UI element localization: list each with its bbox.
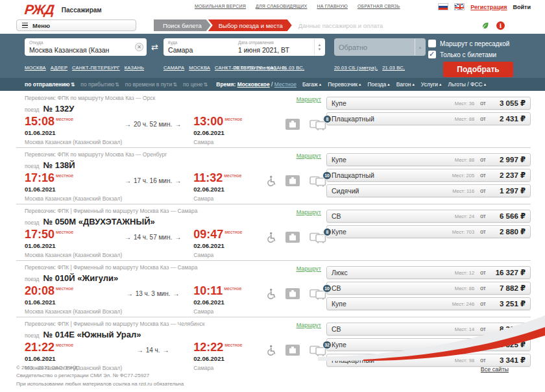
search-submit-button[interactable]: Подобрать [443, 62, 513, 77]
tickets-only-checkbox-label[interactable]: Только с билетами [440, 51, 496, 58]
from-price-label: от [480, 156, 486, 163]
language-ru-flag-icon[interactable] [438, 3, 448, 10]
login-link[interactable]: Войти [513, 4, 531, 10]
train-services-icon[interactable]: 10 [309, 288, 326, 302]
return-date-input[interactable]: Обратно [339, 43, 411, 51]
class-option-button[interactable]: СВ Мест: 86 от 7 882 ₽ [326, 282, 531, 295]
filter-carrier[interactable]: Перевозчик▲ [328, 81, 361, 88]
return-date-field[interactable]: Обратно ▲ [334, 38, 426, 56]
from-input[interactable]: Москва Казанская (Казан [29, 46, 132, 54]
departure-time: 20:08местное [25, 285, 112, 297]
class-option-button[interactable]: Плацкартный Мест: 205 от 2 237 ₽ [326, 169, 531, 182]
arrival-date: 02.06.2021 [193, 186, 263, 193]
tickets-only-checkbox[interactable] [428, 51, 436, 58]
register-link[interactable]: Регистрация [470, 4, 507, 10]
route-link[interactable]: Маршрут [297, 209, 321, 215]
depart-date-input[interactable]: 1 июня 2021, ВТ [238, 46, 311, 54]
class-price: 6 566 ₽ [492, 212, 526, 221]
info-icon[interactable]: i [496, 21, 505, 32]
top-link-home[interactable]: НА ГЛАВНУЮ [317, 4, 348, 8]
class-name: Плацкартный [332, 115, 374, 123]
route-link[interactable]: Маршрут [297, 96, 321, 103]
top-link-mobile-version[interactable]: МОБИЛЬНАЯ ВЕРСИЯ [195, 4, 246, 8]
class-option-button[interactable]: СВ Мест: 14 от 8 307 ₽ [326, 323, 531, 336]
arrival-date: 02.06.2021 [193, 355, 263, 362]
from-quick-link[interactable]: САНКТ-ПЕТЕРБУРГ [72, 65, 120, 71]
step-ticket-search[interactable]: Поиск билета [154, 19, 211, 31]
all-sites-link[interactable]: Все сайты [481, 366, 509, 373]
train-services-icon[interactable]: 8 [309, 119, 326, 133]
filter-car[interactable]: Вагон▲ [396, 81, 415, 88]
route-link[interactable]: Маршрут [297, 153, 321, 159]
local-time-note: местное [56, 117, 73, 121]
time-local-toggle[interactable]: Местное [274, 81, 297, 88]
filter-baggage[interactable]: Багаж▲ [302, 81, 322, 88]
step-train-selection[interactable]: Выбор поезда и места [208, 19, 292, 31]
from-quick-link[interactable]: КАЗАНЬ [125, 65, 144, 71]
class-option-button[interactable]: Плацкартный Мест: 88 от 2 431 ₽ [326, 112, 531, 125]
date-stepper[interactable]: ▲▼ [314, 39, 324, 55]
swap-stations-icon[interactable]: ⇄ [151, 42, 158, 52]
from-field[interactable]: Откуда Москва Казанская (Казан ✕ [25, 38, 147, 56]
depart-quick-link[interactable]: 20.03 СБ (завтра), [234, 65, 277, 71]
class-option-button[interactable]: Люкс Мест: 12 от 16 327 ₽ [326, 266, 531, 279]
from-quick-link[interactable]: МОСКВА [25, 65, 46, 71]
class-option-button[interactable]: Купе Мест: 33 от 3 825 ₽ [326, 338, 531, 351]
to-quick-link[interactable]: МОСКВА [189, 65, 210, 71]
to-quick-link[interactable]: САМАРА [164, 65, 184, 71]
class-option-button[interactable]: Купе Мест: 703 от 2 880 ₽ [326, 225, 531, 238]
sort-by-departure[interactable]: по отправлению⇅ [25, 81, 75, 88]
class-option-button[interactable]: СВ Мест: 24 от 6 566 ₽ [326, 210, 531, 223]
trip-duration: →17 ч. 16 мин.→ [112, 172, 193, 202]
transfer-checkbox[interactable] [428, 40, 436, 47]
class-option-button[interactable]: Купе Мест: 88 от 2 997 ₽ [326, 153, 531, 166]
arrival-time: 11:32местное [193, 172, 263, 184]
rzd-logo[interactable]: РЖД [24, 2, 54, 18]
sort-by-price[interactable]: по цене⇅ [183, 81, 208, 88]
top-links: МОБИЛЬНАЯ ВЕРСИЯ ДЛЯ СЛАБОВИДЯЩИХ НА ГЛА… [195, 4, 400, 8]
class-price: 8 307 ₽ [492, 325, 526, 334]
menu-button[interactable]: Меню [16, 19, 136, 31]
class-option-button[interactable]: Сидячий Мест: 116 от 1 297 ₽ [326, 184, 531, 197]
collapse-icon: ▲ [483, 82, 487, 86]
departure-date: 01.06.2021 [25, 129, 112, 136]
train-services-icon[interactable]: 10 [309, 175, 326, 190]
breadcrumb-steps: Поиск билета Выбор поезда и места Данные… [154, 19, 392, 31]
train-services-icon[interactable]: 8 [309, 232, 326, 246]
train-services-icon[interactable]: 32 [309, 345, 326, 359]
clear-from-icon[interactable]: ✕ [135, 43, 143, 51]
from-quick-link[interactable]: АДЛЕР [51, 65, 67, 71]
class-option-button[interactable]: Плацкартный Мест: 98 от 3 341 ₽ [326, 354, 531, 367]
return-quick-link[interactable]: 21.03 ВС, [382, 65, 405, 71]
train-word-label: поезд [25, 332, 40, 339]
collapse-icon: ▲ [411, 82, 415, 86]
top-link-accessibility[interactable]: ДЛЯ СЛАБОВИДЯЩИХ [256, 4, 307, 8]
seats-count: Мест: 205 [452, 173, 474, 178]
route-link[interactable]: Маршрут [297, 265, 321, 272]
class-price: 3 251 ₽ [492, 299, 526, 308]
class-price: 2 997 ₽ [492, 155, 526, 164]
sort-by-arrival[interactable]: по прибытию⇅ [80, 81, 119, 88]
seats-count: Мест: 246 [452, 301, 474, 307]
time-zone-toggle: Время: Московское / Местное [216, 81, 297, 88]
transfer-checkbox-label[interactable]: Маршрут с пересадкой [440, 40, 509, 47]
route-link[interactable]: Маршрут [297, 322, 321, 328]
services-count-badge: 32 [322, 341, 332, 349]
filter-trains[interactable]: Поезда▲ [367, 81, 390, 88]
filter-services[interactable]: Услуги▲ [421, 81, 442, 88]
filter-benefits[interactable]: Льготы / ФСС▲ [448, 81, 487, 88]
class-option-button[interactable]: Купе Мест: 246 от 3 251 ₽ [326, 297, 531, 310]
top-link-feedback[interactable]: ОБРАТНАЯ СВЯЗЬ [357, 4, 400, 8]
return-quick-link[interactable]: 20.03 СБ (завтра), [334, 65, 378, 71]
language-en-flag-icon[interactable] [454, 3, 465, 10]
arrival-date: 02.06.2021 [193, 242, 263, 249]
eco-leaf-icon[interactable] [481, 21, 489, 32]
time-moscow-toggle[interactable]: Московское [237, 81, 270, 88]
depart-date-field[interactable]: Дата отправления 1 июня 2021, ВТ ▲▼ [234, 38, 325, 56]
to-label: Куда [168, 40, 177, 45]
class-option-button[interactable]: Купе Мест: 36 от 3 055 ₽ [326, 97, 531, 110]
services-count-badge: 10 [322, 171, 332, 180]
return-date-stepper[interactable]: ▲ [415, 39, 425, 55]
sort-by-duration[interactable]: по времени в пути⇅ [125, 81, 177, 88]
depart-quick-link[interactable]: 21.03 ВС, [282, 65, 304, 71]
